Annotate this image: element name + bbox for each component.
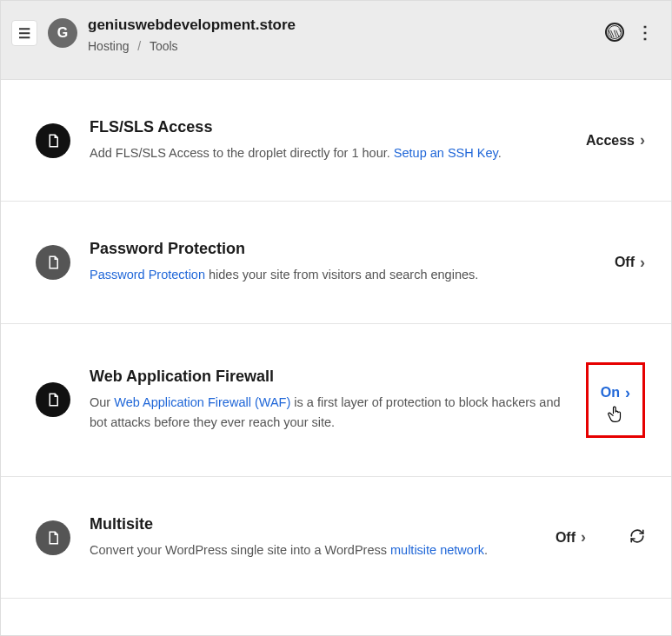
wordpress-icon[interactable] [605,23,624,42]
section-title: FLS/SLS Access [90,118,567,136]
breadcrumb-current: Tools [150,39,178,53]
section-body: Multisite Convert your WordPress single … [90,515,536,560]
title-block: geniuswebdevelopment.store Hosting / Too… [88,17,595,53]
section-body: Password Protection Password Protection … [90,240,595,284]
section-title: Web Application Firewall [90,368,567,386]
section-description: Password Protection hides your site from… [90,265,595,284]
section-web-application-firewall: Web Application Firewall Our Web Applica… [1,324,671,477]
section-body: FLS/SLS Access Add FLS/SLS Access to the… [90,118,567,162]
refresh-icon[interactable] [629,528,645,547]
setup-ssh-key-link[interactable]: Setup an SSH Key [394,146,498,160]
multisite-network-link[interactable]: multisite network [390,543,484,557]
document-icon [36,245,70,280]
password-protection-toggle[interactable]: Off › [615,254,645,272]
waf-toggle[interactable]: On › [586,362,645,438]
chevron-right-icon: › [581,528,586,547]
breadcrumb-root[interactable]: Hosting [88,39,129,53]
multisite-toggle[interactable]: Off › [556,528,586,547]
site-title: geniuswebdevelopment.store [88,17,595,34]
section-description: Our Web Application Firewall (WAF) is a … [90,393,567,432]
document-icon [36,520,70,555]
document-icon [36,123,70,158]
chevron-right-icon: › [640,254,645,272]
section-password-protection: Password Protection Password Protection … [1,202,671,323]
document-icon [36,382,70,417]
section-description: Add FLS/SLS Access to the droplet direct… [90,143,567,162]
access-button[interactable]: Access › [586,131,645,149]
waf-link[interactable]: Web Application Firewall (WAF) [114,395,290,409]
avatar[interactable]: G [48,18,77,48]
section-title: Multisite [90,515,536,533]
section-multisite: Multisite Convert your WordPress single … [1,477,671,599]
header-actions: ⋮ [605,22,654,43]
breadcrumb-separator: / [137,39,141,53]
menu-button[interactable]: ☰ [11,20,37,46]
section-fls-sls-access: FLS/SLS Access Add FLS/SLS Access to the… [1,80,671,202]
chevron-right-icon: › [640,131,645,149]
breadcrumb: Hosting / Tools [88,39,595,53]
chevron-right-icon: › [625,384,630,402]
section-title: Password Protection [90,240,595,258]
page-header: ☰ G geniuswebdevelopment.store Hosting /… [1,1,671,80]
section-body: Web Application Firewall Our Web Applica… [90,368,567,432]
kebab-menu-icon[interactable]: ⋮ [636,22,654,43]
section-description: Convert your WordPress single site into … [90,540,536,560]
cursor-hand-icon [607,405,624,428]
hamburger-icon: ☰ [18,25,30,42]
password-protection-link[interactable]: Password Protection [90,268,205,282]
